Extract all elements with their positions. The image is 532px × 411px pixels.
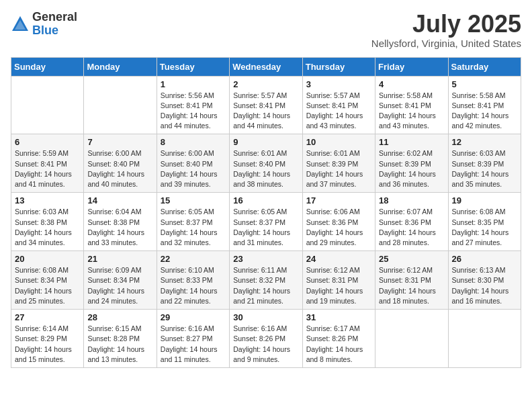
calendar-cell: 3Sunrise: 5:57 AMSunset: 8:41 PMDaylight…	[302, 76, 375, 134]
location: Nellysford, Virginia, United States	[371, 38, 521, 49]
calendar-table: SundayMondayTuesdayWednesdayThursdayFrid…	[11, 57, 521, 368]
day-info: Sunrise: 5:59 AMSunset: 8:41 PMDaylight:…	[15, 148, 80, 189]
day-info: Sunrise: 6:00 AMSunset: 8:40 PMDaylight:…	[87, 148, 152, 189]
logo-text: General Blue	[32, 11, 77, 38]
day-number: 18	[379, 195, 444, 205]
day-number: 27	[15, 312, 80, 322]
day-info: Sunrise: 6:05 AMSunset: 8:37 PMDaylight:…	[161, 207, 226, 248]
calendar-cell: 4Sunrise: 5:58 AMSunset: 8:41 PMDaylight…	[375, 76, 448, 134]
day-number: 20	[15, 254, 80, 264]
day-number: 5	[452, 79, 517, 89]
calendar-week-row: 1Sunrise: 5:56 AMSunset: 8:41 PMDaylight…	[11, 76, 521, 134]
calendar-body: 1Sunrise: 5:56 AMSunset: 8:41 PMDaylight…	[11, 76, 521, 367]
day-number: 11	[379, 137, 444, 147]
day-info: Sunrise: 6:15 AMSunset: 8:28 PMDaylight:…	[87, 324, 152, 365]
day-number: 22	[161, 254, 226, 264]
calendar-cell: 24Sunrise: 6:12 AMSunset: 8:31 PMDayligh…	[302, 251, 375, 310]
day-number: 6	[15, 137, 80, 147]
month-title: July 2025	[371, 11, 521, 38]
calendar-cell: 11Sunrise: 6:02 AMSunset: 8:39 PMDayligh…	[375, 134, 448, 193]
calendar-header: SundayMondayTuesdayWednesdayThursdayFrid…	[11, 57, 521, 76]
day-info: Sunrise: 6:07 AMSunset: 8:36 PMDaylight:…	[379, 207, 444, 248]
day-info: Sunrise: 6:00 AMSunset: 8:40 PMDaylight:…	[161, 148, 226, 189]
day-info: Sunrise: 6:12 AMSunset: 8:31 PMDaylight:…	[379, 265, 444, 306]
calendar-cell: 2Sunrise: 5:57 AMSunset: 8:41 PMDaylight…	[230, 76, 302, 134]
day-info: Sunrise: 6:16 AMSunset: 8:26 PMDaylight:…	[233, 324, 298, 365]
day-number: 28	[87, 312, 152, 322]
page-header: General Blue July 2025 Nellysford, Virgi…	[11, 11, 521, 49]
calendar-cell: 23Sunrise: 6:11 AMSunset: 8:32 PMDayligh…	[230, 251, 302, 310]
header-row: SundayMondayTuesdayWednesdayThursdayFrid…	[11, 57, 521, 76]
day-number: 15	[161, 195, 226, 205]
logo-blue: Blue	[32, 24, 77, 38]
calendar-cell: 13Sunrise: 6:03 AMSunset: 8:38 PMDayligh…	[11, 193, 84, 251]
calendar-cell: 7Sunrise: 6:00 AMSunset: 8:40 PMDaylight…	[84, 134, 157, 193]
day-number: 8	[161, 137, 226, 147]
calendar-cell: 15Sunrise: 6:05 AMSunset: 8:37 PMDayligh…	[157, 193, 229, 251]
day-info: Sunrise: 5:58 AMSunset: 8:41 PMDaylight:…	[452, 91, 517, 132]
day-info: Sunrise: 5:58 AMSunset: 8:41 PMDaylight:…	[379, 91, 444, 132]
calendar-cell: 5Sunrise: 5:58 AMSunset: 8:41 PMDaylight…	[448, 76, 521, 134]
day-info: Sunrise: 6:02 AMSunset: 8:39 PMDaylight:…	[379, 148, 444, 189]
calendar-cell	[375, 310, 448, 368]
calendar-cell: 12Sunrise: 6:03 AMSunset: 8:39 PMDayligh…	[448, 134, 521, 193]
day-number: 10	[306, 137, 371, 147]
day-info: Sunrise: 6:05 AMSunset: 8:37 PMDaylight:…	[233, 207, 298, 248]
calendar-cell: 31Sunrise: 6:17 AMSunset: 8:26 PMDayligh…	[302, 310, 375, 368]
day-number: 9	[233, 137, 298, 147]
day-info: Sunrise: 5:57 AMSunset: 8:41 PMDaylight:…	[306, 91, 371, 132]
day-number: 19	[452, 195, 517, 205]
day-info: Sunrise: 6:03 AMSunset: 8:39 PMDaylight:…	[452, 148, 517, 189]
calendar-cell	[448, 310, 521, 368]
calendar-cell: 8Sunrise: 6:00 AMSunset: 8:40 PMDaylight…	[157, 134, 229, 193]
day-number: 29	[161, 312, 226, 322]
calendar-cell	[84, 76, 157, 134]
day-number: 24	[306, 254, 371, 264]
header-day: Saturday	[448, 57, 521, 76]
day-number: 16	[233, 195, 298, 205]
logo-icon	[11, 15, 30, 34]
calendar-week-row: 13Sunrise: 6:03 AMSunset: 8:38 PMDayligh…	[11, 193, 521, 251]
logo-general: General	[32, 11, 77, 24]
title-block: July 2025 Nellysford, Virginia, United S…	[371, 11, 521, 49]
day-info: Sunrise: 5:57 AMSunset: 8:41 PMDaylight:…	[233, 91, 298, 132]
day-number: 21	[87, 254, 152, 264]
calendar-cell: 26Sunrise: 6:13 AMSunset: 8:30 PMDayligh…	[448, 251, 521, 310]
day-info: Sunrise: 6:16 AMSunset: 8:27 PMDaylight:…	[161, 324, 226, 365]
header-day: Wednesday	[230, 57, 302, 76]
day-info: Sunrise: 6:06 AMSunset: 8:36 PMDaylight:…	[306, 207, 371, 248]
day-info: Sunrise: 6:17 AMSunset: 8:26 PMDaylight:…	[306, 324, 371, 365]
day-number: 14	[87, 195, 152, 205]
calendar-cell: 18Sunrise: 6:07 AMSunset: 8:36 PMDayligh…	[375, 193, 448, 251]
calendar-cell	[11, 76, 84, 134]
day-number: 25	[379, 254, 444, 264]
header-day: Thursday	[302, 57, 375, 76]
calendar-week-row: 6Sunrise: 5:59 AMSunset: 8:41 PMDaylight…	[11, 134, 521, 193]
day-info: Sunrise: 6:08 AMSunset: 8:34 PMDaylight:…	[15, 265, 80, 306]
day-info: Sunrise: 6:08 AMSunset: 8:35 PMDaylight:…	[452, 207, 517, 248]
logo: General Blue	[11, 11, 77, 38]
day-info: Sunrise: 6:01 AMSunset: 8:39 PMDaylight:…	[306, 148, 371, 189]
calendar-cell: 22Sunrise: 6:10 AMSunset: 8:33 PMDayligh…	[157, 251, 229, 310]
day-number: 26	[452, 254, 517, 264]
calendar-cell: 29Sunrise: 6:16 AMSunset: 8:27 PMDayligh…	[157, 310, 229, 368]
calendar-cell: 25Sunrise: 6:12 AMSunset: 8:31 PMDayligh…	[375, 251, 448, 310]
header-day: Friday	[375, 57, 448, 76]
day-number: 7	[87, 137, 152, 147]
header-day: Sunday	[11, 57, 84, 76]
day-number: 1	[161, 79, 226, 89]
day-number: 31	[306, 312, 371, 322]
day-number: 4	[379, 79, 444, 89]
day-number: 3	[306, 79, 371, 89]
day-number: 17	[306, 195, 371, 205]
calendar-cell: 10Sunrise: 6:01 AMSunset: 8:39 PMDayligh…	[302, 134, 375, 193]
calendar-week-row: 27Sunrise: 6:14 AMSunset: 8:29 PMDayligh…	[11, 310, 521, 368]
day-info: Sunrise: 6:01 AMSunset: 8:40 PMDaylight:…	[233, 148, 298, 189]
calendar-cell: 19Sunrise: 6:08 AMSunset: 8:35 PMDayligh…	[448, 193, 521, 251]
day-info: Sunrise: 6:10 AMSunset: 8:33 PMDaylight:…	[161, 265, 226, 306]
day-info: Sunrise: 5:56 AMSunset: 8:41 PMDaylight:…	[161, 91, 226, 132]
day-info: Sunrise: 6:11 AMSunset: 8:32 PMDaylight:…	[233, 265, 298, 306]
day-number: 23	[233, 254, 298, 264]
calendar-cell: 16Sunrise: 6:05 AMSunset: 8:37 PMDayligh…	[230, 193, 302, 251]
calendar-cell: 28Sunrise: 6:15 AMSunset: 8:28 PMDayligh…	[84, 310, 157, 368]
